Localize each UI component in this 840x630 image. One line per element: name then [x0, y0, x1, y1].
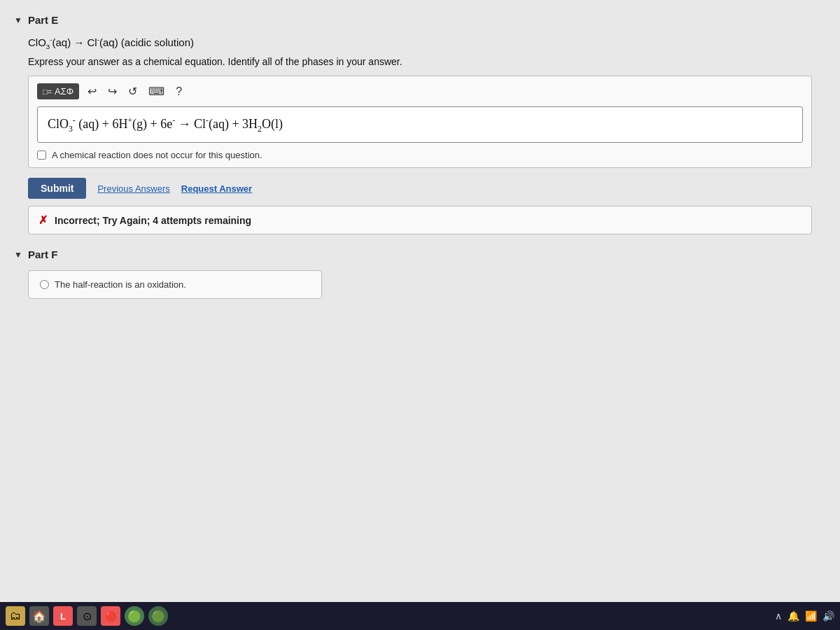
action-row: Submit Previous Answers Request Answer — [28, 178, 826, 199]
taskbar-circle-icon[interactable]: ⊙ — [77, 606, 97, 626]
equation-display: ClO3- (aq) + 6H+(g) + 6e- → Cl-(aq) + 3H… — [48, 116, 283, 134]
part-f-radio[interactable] — [40, 280, 49, 289]
part-f-label: Part F — [28, 248, 58, 260]
taskbar-folder-icon[interactable]: 🗂 — [6, 606, 25, 626]
redo-button[interactable]: ↪ — [105, 83, 120, 99]
taskbar-notify-icon[interactable]: 🔔 — [788, 610, 799, 622]
undo-button[interactable]: ↩ — [85, 83, 99, 99]
taskbar-app2-icon[interactable]: 🔴 — [101, 606, 120, 626]
no-reaction-checkbox[interactable] — [37, 150, 46, 160]
request-answer-link[interactable]: Request Answer — [181, 183, 252, 194]
refresh-button[interactable]: ↺ — [125, 83, 140, 99]
reaction-equation: ClO3-(aq) → Cl-(aq) (acidic solution) — [28, 36, 826, 50]
part-f-option-label: The half-reaction is an oxidation. — [55, 279, 186, 290]
submit-button[interactable]: Submit — [28, 178, 86, 199]
format-btn-label: ΑΣΦ — [55, 86, 74, 97]
toolbar: □= ΑΣΦ ↩ ↪ ↺ ⌨ ? — [37, 83, 803, 99]
format-button[interactable]: □= ΑΣΦ — [37, 83, 79, 99]
taskbar-chevron-icon[interactable]: ∧ — [775, 610, 782, 622]
taskbar-right: ∧ 🔔 📶 🔊 — [775, 610, 834, 622]
collapse-arrow-f[interactable]: ▼ — [14, 250, 22, 260]
help-button[interactable]: ? — [173, 84, 185, 99]
previous-answers-link[interactable]: Previous Answers — [97, 183, 169, 194]
keyboard-button[interactable]: ⌨ — [146, 83, 167, 99]
part-f-option: The half-reaction is an oxidation. — [28, 270, 322, 299]
incorrect-icon: ✗ — [38, 214, 48, 227]
feedback-box: ✗ Incorrect; Try Again; 4 attempts remai… — [28, 206, 812, 234]
no-reaction-label: A chemical reaction does not occur for t… — [52, 150, 262, 160]
feedback-message: Incorrect; Try Again; 4 attempts remaini… — [55, 215, 251, 226]
part-f-section: ▼ Part F The half-reaction is an oxidati… — [14, 248, 826, 299]
taskbar: 🗂 🏠 L ⊙ 🔴 🟢 🟢 ∧ 🔔 📶 🔊 — [0, 602, 840, 630]
taskbar-app4-icon[interactable]: 🟢 — [148, 606, 168, 626]
part-e-header: ▼ Part E — [14, 14, 826, 26]
equation-input-area[interactable]: ClO3- (aq) + 6H+(g) + 6e- → Cl-(aq) + 3H… — [37, 106, 803, 143]
main-content: ▼ Part E ClO3-(aq) → Cl-(aq) (acidic sol… — [0, 0, 840, 602]
no-reaction-row: A chemical reaction does not occur for t… — [37, 150, 803, 160]
taskbar-home-icon[interactable]: 🏠 — [29, 606, 49, 626]
part-e-label: Part E — [28, 14, 58, 26]
taskbar-left: 🗂 🏠 L ⊙ 🔴 🟢 🟢 — [6, 606, 168, 626]
question-instruction: Express your answer as a chemical equati… — [28, 56, 826, 67]
part-f-header: ▼ Part F — [14, 248, 826, 260]
collapse-arrow-e[interactable]: ▼ — [14, 15, 22, 25]
taskbar-app3-icon[interactable]: 🟢 — [125, 606, 144, 626]
answer-box: □= ΑΣΦ ↩ ↪ ↺ ⌨ ? ClO3- (aq) + 6H+(g) + 6… — [28, 76, 812, 168]
taskbar-app1-icon[interactable]: L — [53, 606, 73, 626]
taskbar-speaker-icon[interactable]: 🔊 — [822, 610, 834, 622]
taskbar-wifi-icon[interactable]: 📶 — [805, 610, 817, 622]
